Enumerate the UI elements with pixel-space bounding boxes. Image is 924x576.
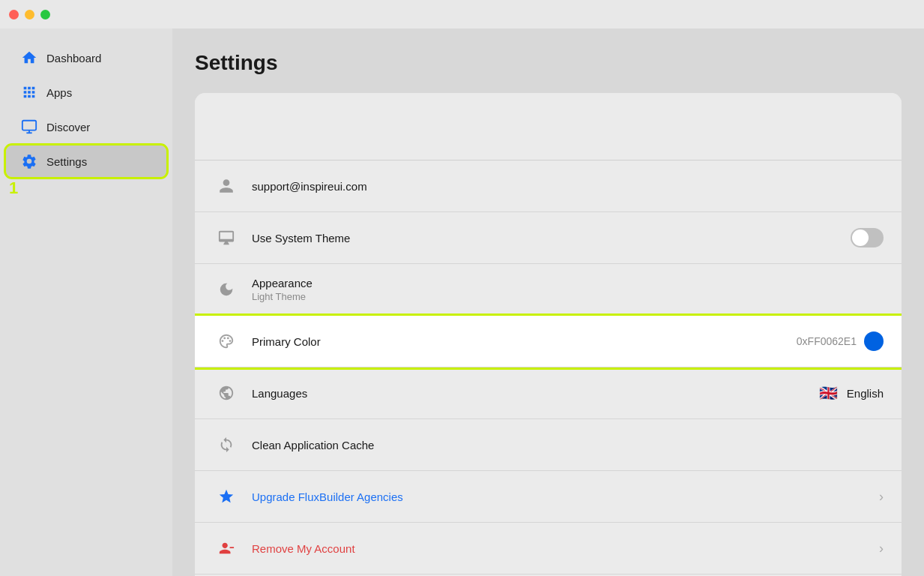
remove-account-content: Remove My Account bbox=[252, 542, 876, 555]
svg-point-4 bbox=[223, 338, 226, 340]
close-button[interactable] bbox=[9, 10, 19, 20]
gear-icon bbox=[21, 153, 37, 170]
person-remove-icon bbox=[213, 535, 240, 562]
svg-point-3 bbox=[222, 340, 224, 342]
sidebar-item-label: Settings bbox=[46, 155, 87, 168]
clean-cache-label: Clean Application Cache bbox=[252, 439, 884, 452]
upgrade-label: Upgrade FluxBuilder Agencies bbox=[252, 490, 876, 503]
sidebar-item-label: Discover bbox=[46, 121, 90, 134]
system-theme-right bbox=[851, 228, 884, 248]
account-email: support@inspireui.com bbox=[252, 180, 884, 193]
primary-color-label: Primary Color bbox=[252, 335, 797, 348]
sidebar-item-label: Dashboard bbox=[46, 52, 101, 64]
clean-cache-content: Clean Application Cache bbox=[252, 439, 884, 452]
primary-color-content: Primary Color bbox=[252, 335, 797, 348]
remove-account-label: Remove My Account bbox=[252, 542, 876, 555]
system-theme-label: Use System Theme bbox=[252, 232, 851, 244]
settings-row-languages[interactable]: Languages 🇬🇧 English bbox=[195, 368, 902, 419]
refresh-icon bbox=[213, 431, 240, 458]
color-value: 0xFF0062E1 bbox=[797, 335, 857, 347]
system-theme-toggle[interactable] bbox=[851, 228, 884, 248]
upgrade-content: Upgrade FluxBuilder Agencies bbox=[252, 490, 876, 503]
color-dot[interactable] bbox=[864, 332, 884, 351]
sidebar-item-label: Apps bbox=[46, 86, 72, 99]
app-container: Dashboard Apps Discover bbox=[0, 28, 924, 576]
language-value: English bbox=[847, 387, 884, 400]
upgrade-right: › bbox=[876, 489, 884, 505]
settings-row-clean-cache[interactable]: Clean Application Cache bbox=[195, 419, 902, 471]
appearance-label: Appearance bbox=[252, 277, 884, 290]
languages-right: 🇬🇧 English bbox=[818, 386, 884, 400]
sidebar-item-discover[interactable]: Discover bbox=[6, 111, 166, 142]
settings-panel: support@inspireui.com Use System Theme bbox=[195, 93, 902, 576]
page-title: Settings bbox=[195, 51, 924, 75]
discover-icon bbox=[21, 118, 37, 135]
account-content: support@inspireui.com bbox=[252, 180, 884, 193]
moon-icon bbox=[213, 276, 240, 303]
uk-flag-icon: 🇬🇧 bbox=[818, 386, 839, 400]
svg-rect-0 bbox=[22, 121, 36, 130]
sidebar: Dashboard Apps Discover bbox=[0, 28, 172, 576]
star-icon bbox=[213, 483, 240, 510]
system-theme-content: Use System Theme bbox=[252, 232, 851, 244]
svg-point-6 bbox=[229, 340, 232, 342]
main-content: Settings support@inspireui.com bbox=[172, 28, 924, 576]
panel-top-section bbox=[195, 93, 902, 160]
sidebar-item-settings[interactable]: Settings 1 bbox=[6, 146, 166, 177]
appearance-content: Appearance Light Theme bbox=[252, 277, 884, 302]
appearance-sublabel: Light Theme bbox=[252, 291, 884, 302]
settings-row-appearance[interactable]: Appearance Light Theme bbox=[195, 264, 902, 316]
annotation-1: 1 bbox=[9, 178, 18, 198]
languages-label: Languages bbox=[252, 387, 818, 400]
settings-row-primary-color[interactable]: 2 Primary Color 0xFF0062E1 bbox=[195, 316, 902, 368]
sidebar-item-dashboard[interactable]: Dashboard bbox=[6, 42, 166, 74]
home-icon bbox=[21, 50, 37, 66]
sidebar-item-apps[interactable]: Apps bbox=[6, 76, 166, 108]
settings-row-upgrade[interactable]: Upgrade FluxBuilder Agencies › bbox=[195, 471, 902, 523]
apps-icon bbox=[21, 84, 37, 100]
svg-point-5 bbox=[227, 338, 229, 340]
maximize-button[interactable] bbox=[40, 10, 50, 20]
primary-color-right: 0xFF0062E1 bbox=[797, 332, 884, 351]
chevron-right-icon: › bbox=[879, 489, 884, 505]
person-icon bbox=[213, 172, 240, 200]
monitor-icon bbox=[213, 224, 240, 251]
languages-content: Languages bbox=[252, 387, 818, 400]
color-icon bbox=[213, 328, 240, 355]
settings-row-remove-account[interactable]: Remove My Account › bbox=[195, 523, 902, 574]
remove-account-right: › bbox=[876, 541, 884, 556]
globe-icon bbox=[213, 380, 240, 406]
minimize-button[interactable] bbox=[25, 10, 34, 20]
titlebar bbox=[0, 0, 924, 28]
chevron-right-icon: › bbox=[879, 541, 884, 556]
settings-row-system-theme[interactable]: Use System Theme bbox=[195, 212, 902, 264]
settings-row-account[interactable]: support@inspireui.com bbox=[195, 160, 902, 212]
